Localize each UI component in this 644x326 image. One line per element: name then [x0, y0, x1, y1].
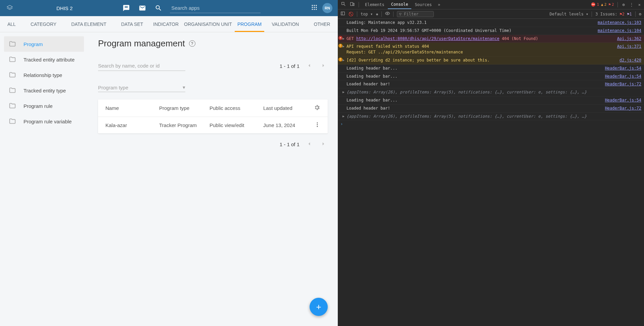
table-settings-icon[interactable]: [314, 104, 320, 112]
console-filter-input[interactable]: ▽ Filter: [397, 11, 434, 17]
pager-next-icon[interactable]: [319, 61, 328, 71]
pager-text: 1 - 1 of 1: [280, 63, 300, 69]
issues-summary[interactable]: 3 Issues: ⚑2 ⚑1: [595, 12, 632, 16]
program-type-label: Program type: [98, 85, 128, 90]
sidebar-item-tracked-entity-type[interactable]: Tracked entity type: [4, 83, 84, 98]
svg-rect-16: [341, 12, 345, 15]
console-output: Loading: Maintenance app v32.23.1mainten…: [338, 19, 644, 326]
app-panel: DHIS 2 RN ALLCATEGORYDATA ELEMENTDATA SE…: [0, 0, 338, 326]
tab-all[interactable]: ALL: [0, 16, 23, 32]
program-table: Name Program type Public access Last upd…: [98, 99, 328, 133]
app-title: DHIS 2: [56, 5, 73, 11]
tab-data-set[interactable]: DATA SET: [114, 16, 151, 32]
sidebar-item-program-rule-variable[interactable]: Program rule variable: [4, 114, 84, 129]
help-icon[interactable]: ?: [189, 40, 195, 47]
add-fab-button[interactable]: +: [310, 298, 328, 316]
svg-point-6: [316, 7, 317, 8]
more-tabs-icon[interactable]: »: [436, 2, 442, 7]
table-row[interactable]: Kala-azarTracker ProgramPublic view/edit…: [98, 117, 328, 133]
tab-organisation-unit[interactable]: ORGANISATION UNIT: [181, 16, 235, 32]
console-toolbar: 🚫 top ▾ ◉ ▽ Filter Default levels ▾ 3 Is…: [338, 9, 644, 19]
apps-grid-icon[interactable]: [311, 4, 318, 12]
toggle-sidebar-icon[interactable]: [340, 11, 345, 17]
tab-indicator[interactable]: INDICATOR: [150, 16, 181, 32]
log-source-link[interactable]: Api.js:362: [617, 36, 641, 42]
log-source-link[interactable]: HeaderBar.js:54: [605, 97, 641, 103]
search-apps-input[interactable]: [170, 3, 261, 13]
program-type-select[interactable]: Program type ▾: [98, 83, 185, 92]
tab-other[interactable]: OTHER: [306, 16, 337, 32]
pager-prev-icon[interactable]: [305, 61, 314, 71]
log-levels-selector[interactable]: Default levels ▾: [550, 12, 589, 16]
devtools-tab-elements[interactable]: Elements: [362, 0, 388, 9]
sidebar-item-program-rule[interactable]: Program rule: [4, 98, 84, 114]
cell-updated: June 13, 2024: [263, 122, 314, 128]
tab-validation[interactable]: VALIDATION: [264, 16, 306, 32]
console-log-line: ▶{appItems: Array(26), profileItems: Arr…: [338, 113, 644, 121]
context-selector[interactable]: top ▾: [361, 12, 373, 16]
svg-point-3: [316, 5, 317, 6]
devtools-tab-sources[interactable]: Sources: [411, 0, 435, 9]
tab-category[interactable]: CATEGORY: [23, 16, 64, 32]
device-toolbar-icon[interactable]: [349, 2, 356, 7]
sidebar-item-label: Relationship type: [24, 72, 62, 78]
search-icon[interactable]: [153, 3, 164, 13]
pager-text-bottom: 1 - 1 of 1: [280, 141, 300, 147]
devtools-tabbar: ElementsConsoleSources » ⛔1 ▲2 ⚑2 ⚙ ⋮ ✕: [338, 0, 644, 9]
console-prompt[interactable]: ›: [338, 120, 644, 128]
pager-top: 1 - 1 of 1: [280, 61, 328, 71]
console-log-line: ✕▶GET http://localhost:8080/dhis/api/29/…: [338, 35, 644, 43]
inspect-icon[interactable]: [340, 2, 347, 7]
svg-point-18: [387, 13, 388, 14]
messages-icon[interactable]: [121, 3, 132, 13]
svg-point-8: [314, 9, 315, 10]
devtools-menu-icon[interactable]: ⋮: [628, 2, 635, 7]
folder-icon: [9, 40, 16, 48]
tab-data-element[interactable]: DATA ELEMENT: [64, 16, 114, 32]
log-source-link[interactable]: maintenance.js:103: [598, 20, 641, 26]
log-source-link[interactable]: Api.js:371: [617, 44, 641, 55]
svg-point-1: [312, 5, 313, 6]
col-name: Name: [105, 105, 159, 111]
devtools-close-icon[interactable]: ✕: [637, 2, 642, 7]
header-search[interactable]: [170, 3, 261, 13]
sidebar: ProgramTracked entity attributeRelations…: [0, 32, 88, 326]
log-source-link[interactable]: maintenance.js:104: [598, 28, 641, 34]
row-menu-icon[interactable]: [314, 122, 320, 129]
list-search-input[interactable]: [98, 61, 185, 71]
console-log-line: !▶API request failed with status 404 Req…: [338, 43, 644, 56]
main-content: Program management ? 1 - 1 of 1: [88, 32, 338, 326]
log-source-link[interactable]: HeaderBar.js:72: [605, 106, 641, 111]
sidebar-item-relationship-type[interactable]: Relationship type: [4, 67, 84, 83]
app-logo-icon[interactable]: [6, 4, 13, 12]
sidebar-item-tracked-entity-attribute[interactable]: Tracked entity attribute: [4, 52, 84, 67]
devtools-settings-icon[interactable]: ⚙: [621, 2, 626, 7]
eye-icon[interactable]: [385, 11, 390, 17]
issue-badge[interactable]: ⚑2: [608, 2, 614, 7]
clear-console-icon[interactable]: 🚫: [349, 12, 354, 16]
svg-point-5: [314, 7, 315, 8]
main-tabs: ALLCATEGORYDATA ELEMENTDATA SETINDICATOR…: [0, 16, 338, 32]
sidebar-item-program[interactable]: Program: [4, 36, 84, 52]
svg-point-9: [316, 9, 317, 10]
log-source-link[interactable]: HeaderBar.js:54: [605, 74, 641, 79]
svg-point-10: [317, 122, 318, 123]
pager-prev-bottom-icon[interactable]: [305, 139, 314, 149]
warning-badge[interactable]: ▲2: [601, 2, 606, 7]
user-avatar[interactable]: RN: [322, 3, 332, 13]
log-source-link[interactable]: HeaderBar.js:54: [605, 66, 641, 71]
col-type: Program type: [159, 105, 210, 111]
col-access: Public access: [210, 105, 263, 111]
log-source-link[interactable]: d2.js:420: [619, 57, 641, 63]
svg-point-11: [317, 124, 318, 125]
svg-point-12: [317, 126, 318, 127]
devtools-tab-console[interactable]: Console: [388, 0, 412, 9]
email-icon[interactable]: [137, 3, 148, 13]
pager-next-bottom-icon[interactable]: [319, 139, 328, 149]
tab-program[interactable]: PROGRAM: [235, 16, 264, 32]
log-source-link[interactable]: HeaderBar.js:72: [605, 81, 641, 87]
folder-icon: [9, 102, 16, 110]
log-url[interactable]: http://localhost:8080/dhis/api/29/userDa…: [356, 36, 499, 41]
console-settings-icon[interactable]: ⚙: [639, 12, 641, 16]
error-badge[interactable]: ⛔1: [591, 2, 599, 7]
